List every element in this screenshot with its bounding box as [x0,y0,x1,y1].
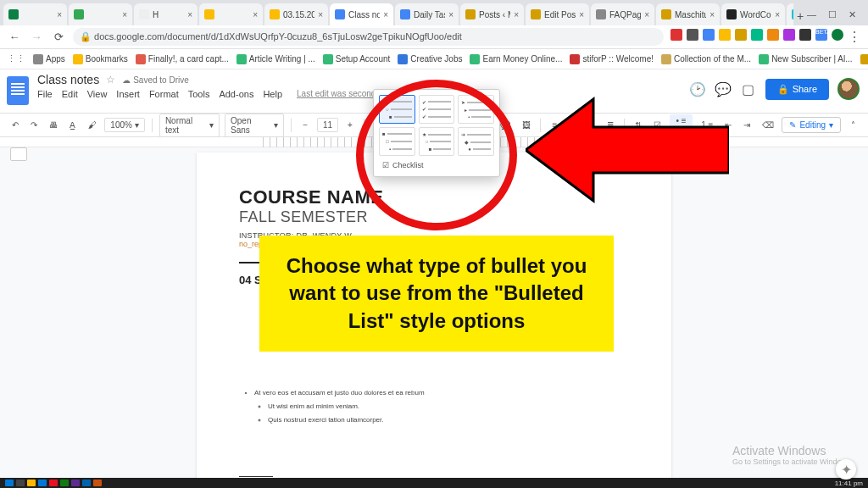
share-button[interactable]: 🔒 Share [765,79,829,100]
bookmark-item[interactable]: Collection of the M... [661,54,751,64]
font-size-input[interactable]: 11 [317,118,338,132]
doc-title[interactable]: Class notes [37,73,99,86]
bookmark-item[interactable]: Earn Money Online... [470,54,562,64]
bookmark-item[interactable]: Apps [33,54,65,64]
comments-icon[interactable]: 💬 [715,80,732,97]
ext-icon[interactable] [687,29,698,41]
taskbar-clock[interactable]: 11:41 pm [835,480,868,487]
browser-tab[interactable]: Maschituts —× [656,3,720,25]
menu-format[interactable]: Format [149,89,179,99]
windows-taskbar[interactable]: 11:41 pm [0,478,868,488]
outdent-button[interactable]: ⇤ [721,119,735,131]
browser-tab[interactable]: × [69,3,132,25]
image-button[interactable]: 🖼 [519,119,534,131]
bookmark-item[interactable]: Finally!, a card capt... [136,54,229,64]
bookmark-item[interactable]: Setup Account [323,54,391,64]
taskbar-icon[interactable] [38,480,47,486]
ext-icon[interactable] [767,29,779,41]
present-icon[interactable]: ▢ [740,80,757,97]
ext-icon[interactable] [799,29,811,41]
align-justify-button[interactable]: ≣ [604,119,617,131]
account-avatar[interactable] [837,78,860,100]
font-select[interactable]: Open Sans ▾ [225,114,284,137]
reload-button[interactable]: ⟳ [51,30,66,43]
bookmark-item[interactable]: Saving the Hero (... [860,54,868,64]
bookmark-item[interactable]: Creative Jobs [398,54,462,64]
line-spacing-button[interactable]: ⇅ [632,119,645,131]
align-center-button[interactable]: ≣ [566,119,580,131]
taskbar-icon[interactable] [71,480,80,486]
align-left-button[interactable]: ≡ [548,119,561,131]
collapse-toolbar-button[interactable]: ˄ [846,119,860,131]
explore-button[interactable]: ✦ [836,459,856,480]
star-icon[interactable]: ☆ [106,74,115,86]
indent-button[interactable]: ⇥ [740,119,754,131]
ext-icon[interactable] [703,29,715,41]
font-size-inc[interactable]: + [343,119,357,131]
browser-tab[interactable]: × [3,3,67,25]
numbered-list-button[interactable]: 1.≡ [698,119,716,131]
taskbar-icon[interactable] [49,480,58,486]
docs-logo-icon[interactable] [7,76,29,105]
new-tab-button[interactable]: + [793,7,807,25]
checklist-button[interactable]: ☑ [650,119,665,131]
ext-icon[interactable] [735,29,747,41]
maximize-button[interactable]: ☐ [828,9,837,20]
browser-tab[interactable]: Home - Canva× [787,3,793,25]
comment-history-icon[interactable]: 🕑 [689,80,706,97]
align-right-button[interactable]: ≡ [585,119,598,131]
forward-button[interactable]: → [29,30,44,43]
bullet-style-option[interactable]: ●○■ [379,95,415,124]
bullet-style-option[interactable]: ■□▪ [379,127,415,156]
bookmark-item[interactable]: stiforP :: Welcome! [570,54,654,64]
taskbar-icon[interactable] [82,480,91,486]
zoom-select[interactable]: 100% ▾ [104,118,145,132]
browser-tab[interactable]: Posts ‹ Masch× [460,3,524,25]
back-button[interactable]: ← [7,30,22,43]
minimize-button[interactable]: — [807,9,816,20]
spellcheck-button[interactable]: A̲ [66,119,80,131]
bookmark-item[interactable]: Bookmarks [73,54,128,64]
menu-file[interactable]: File [37,89,53,99]
bullet-style-option[interactable]: ★○■ [419,127,455,156]
start-icon[interactable] [5,480,14,486]
undo-button[interactable]: ↶ [8,119,22,131]
browser-tab[interactable]: FAQPage JSO× [591,3,654,25]
bookmark-item[interactable]: New Subscriber | Al... [759,54,852,64]
menu-add-ons[interactable]: Add-ons [219,89,253,99]
browser-tab[interactable]: Daily Task Su× [395,3,459,25]
ext-icon[interactable] [783,29,795,41]
taskbar-icon[interactable] [60,480,69,486]
bulleted-list-button[interactable]: • ≡ ▾ [670,114,693,136]
taskbar-icon[interactable] [27,480,36,486]
close-button[interactable]: ✕ [849,9,856,20]
menu-insert[interactable]: Insert [116,89,140,99]
menu-view[interactable]: View [87,89,108,99]
browser-tab[interactable]: Class notes -× [330,3,393,25]
redo-button[interactable]: ↷ [27,119,41,131]
browser-tab[interactable]: H× [134,3,198,25]
paint-format-button[interactable]: 🖌 [85,119,100,131]
bullet-style-option[interactable]: ➔◆● [458,127,494,156]
list-item[interactable]: Quis nostrud exerci tation ullamcorper. [268,415,629,425]
kebab-icon[interactable]: ⋮ [848,29,861,45]
menu-tools[interactable]: Tools [188,89,210,99]
url-field[interactable]: 🔒 docs.google.com/document/d/1dXdWsUQrfp… [73,28,664,46]
browser-tab[interactable]: WordCounter× [721,3,785,25]
font-size-dec[interactable]: − [298,119,312,131]
print-button[interactable]: 🖶 [46,119,61,131]
checklist-option[interactable]: ☑ Checklist [379,156,494,171]
bullet-style-option[interactable]: ✔✔✔ [419,95,455,124]
bookmark-item[interactable]: Article Writing | ... [236,54,315,64]
ext-icon[interactable] [719,29,731,41]
browser-tab[interactable]: 03.15.2022 - × [264,3,328,25]
browser-tab[interactable]: Edit Post "Ho× [526,3,589,25]
menu-edit[interactable]: Edit [62,89,78,99]
list-item[interactable]: Ut wisi enim ad minim veniam. [268,402,629,412]
clear-format-button[interactable]: ⌫ [759,119,777,131]
ext-icon[interactable] [751,29,763,41]
course-semester[interactable]: FALL SEMESTER [239,208,629,226]
taskbar-icon[interactable] [16,480,25,486]
taskbar-icon[interactable] [93,480,102,486]
ext-icon[interactable] [670,29,682,41]
